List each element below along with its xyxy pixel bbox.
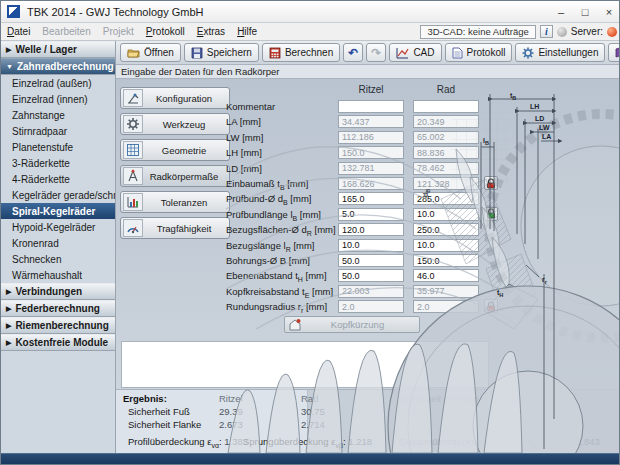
sidebar-item-kronenrad[interactable]: Kronenrad [1, 235, 115, 251]
sidebar-item-spiral-kegelräder[interactable]: Spiral-Kegelräder [1, 203, 115, 219]
redo-button[interactable]: ↷ [366, 43, 386, 62]
window-bottom-strip [1, 453, 620, 465]
info-bar: Eingabe der Daten für den Radkörper [116, 65, 620, 79]
red-lock-icon[interactable] [484, 299, 498, 313]
module-button-label: Geometrie [145, 145, 229, 156]
form-row-label: LA [mm] [226, 116, 261, 127]
radkörpermaße-icon [123, 167, 143, 185]
sidebar-item-3-räderkette[interactable]: 3-Räderkette [1, 155, 115, 171]
input-ritzel-kopfkreisabstand-t [338, 285, 404, 298]
column-header-ritzel: Ritzel [338, 84, 404, 95]
collapsed-arrow-icon: ▶ [6, 46, 11, 53]
undo-button[interactable]: ↶ [343, 43, 363, 62]
server-label: Server: [571, 26, 603, 37]
column-header-rad: Rad [413, 84, 479, 95]
input-ritzel-prüfbundlänge-l[interactable] [338, 208, 404, 221]
input-ritzel-rundungsradius-r [338, 300, 404, 313]
sidebar-item-schnecken[interactable]: Schnecken [1, 251, 115, 267]
sidebar-item-kegelräder-gerade-schräg[interactable]: Kegelräder gerade/schräg [1, 187, 115, 203]
collapsed-arrow-icon: ▶ [6, 322, 11, 329]
result-row-label: Sicherheit Flanke [128, 419, 201, 430]
sidebar-section-kostenfreie-module[interactable]: ▶Kostenfreie Module [1, 334, 115, 351]
protokoll-button[interactable]: Protokoll [445, 43, 513, 62]
sidebar-section-label: Riemenberechnung [15, 320, 108, 331]
input-rad-bezugsflächen-d[interactable] [413, 223, 479, 236]
input-rad-einbauma-t [413, 177, 479, 190]
sidebar-item-zahnstange[interactable]: Zahnstange [1, 107, 115, 123]
cad-status-box: 3D-CAD: keine Aufträge [420, 25, 535, 39]
form-row-label: Einbaumaß tB [mm] [226, 178, 308, 191]
input-ritzel-bezugslänge-l[interactable] [338, 239, 404, 252]
sidebar: ▶Welle / Lager▼ZahnradberechnungEinzelra… [1, 41, 116, 453]
sidebar-item-einzelrad-au-en-[interactable]: Einzelrad (außen) [1, 75, 115, 91]
maximize-button[interactable]: □ [573, 2, 597, 22]
close-button[interactable]: × [597, 2, 620, 22]
module-button-tragfähigkeit[interactable]: Tragfähigkeit [120, 217, 230, 239]
module-button-toleranzen[interactable]: Toleranzen [120, 191, 230, 213]
input-rad-prüfbundlänge-l[interactable] [413, 208, 479, 221]
open-button[interactable]: Öffnen [120, 43, 181, 62]
input-rad-bohrungs-b[interactable] [413, 254, 479, 267]
save-button[interactable]: Speichern [184, 43, 259, 62]
calculator-icon [269, 47, 281, 59]
sidebar-item-einzelrad-innen-[interactable]: Einzelrad (innen) [1, 91, 115, 107]
input-ritzel-prüfbund-d[interactable] [338, 192, 404, 205]
sidebar-item-hypoid-kegelräder[interactable]: Hypoid-Kegelräder [1, 219, 115, 235]
sidebar-section-federberechnung[interactable]: ▶Federberechnung [1, 300, 115, 317]
red-lock-icon[interactable] [484, 176, 498, 190]
form-row-label: Bezugsflächen-Ø dR [mm] [226, 224, 336, 237]
minimize-button[interactable]: – [549, 2, 573, 22]
module-button-radkörperma-e[interactable]: Radkörpermaße [120, 165, 230, 187]
input-ritzel-bezugsflächen-d[interactable] [338, 223, 404, 236]
kopfkuerzung-button[interactable]: Kopfkürzung [284, 316, 420, 333]
collapsed-arrow-icon: ▶ [6, 305, 11, 312]
module-button-werkzeug[interactable]: Werkzeug [120, 113, 230, 135]
window-title: TBK 2014 - GWJ Technology GmbH [27, 6, 203, 18]
info-bar-text: Eingabe der Daten für den Radkörper [121, 66, 279, 77]
menu-bar: Datei Bearbeiten Projekt Protokoll Extra… [1, 23, 620, 41]
sidebar-section-riemenberechnung[interactable]: ▶Riemenberechnung [1, 317, 115, 334]
geometrie-icon [123, 141, 143, 159]
sidebar-section-zahnradberechnung[interactable]: ▼Zahnradberechnung [1, 58, 115, 75]
module-button-konfiguration[interactable]: Konfiguration [120, 87, 230, 109]
menu-extras[interactable]: Extras [191, 26, 231, 37]
sidebar-section-verbindungen[interactable]: ▶Verbindungen [1, 283, 115, 300]
sidebar-item-planetenstufe[interactable]: Planetenstufe [1, 139, 115, 155]
help-button[interactable]: Hilfe [608, 43, 620, 62]
cad-button[interactable]: CAD [389, 43, 441, 62]
app-logo-icon [7, 5, 20, 18]
form-row-label: LW [mm] [226, 132, 263, 143]
menu-protokoll[interactable]: Protokoll [140, 26, 191, 37]
info-button[interactable]: i [540, 25, 553, 38]
input-ritzel-kommentar[interactable] [338, 100, 404, 113]
sidebar-section-welle-lager[interactable]: ▶Welle / Lager [1, 41, 115, 58]
module-button-geometrie[interactable]: Geometrie [120, 139, 230, 161]
form-row-label: LD [mm] [226, 163, 262, 174]
menu-hilfe[interactable]: Hilfe [231, 26, 263, 37]
settings-button[interactable]: Einstellungen [515, 43, 605, 62]
sidebar-section-label: Zahnradberechnung [17, 61, 114, 72]
input-rad-ebenenabstand-t[interactable] [413, 269, 479, 282]
green-lock-icon[interactable] [484, 207, 498, 221]
input-rad-kommentar[interactable] [413, 100, 479, 113]
sidebar-item-4-räderkette[interactable]: 4-Räderkette [1, 171, 115, 187]
sidebar-section-label: Federberechnung [15, 303, 99, 314]
menu-datei[interactable]: Datei [1, 26, 36, 37]
input-ritzel-bohrungs-b[interactable] [338, 254, 404, 267]
results-title: Ergebnis: [123, 393, 167, 404]
results-col-integral: Integral [494, 393, 526, 404]
open-folder-icon [127, 47, 140, 58]
input-rad-rundungsradius-r [413, 300, 479, 313]
expanded-arrow-icon: ▼ [6, 63, 13, 70]
input-rad-bezugslänge-l[interactable] [413, 239, 479, 252]
results-col-blitz: Blitz [536, 393, 554, 404]
calculate-button[interactable]: Berechnen [262, 43, 340, 62]
toleranzen-icon [123, 193, 143, 211]
result-value: 2.673 [219, 419, 243, 430]
help-book-icon [615, 47, 620, 58]
input-rad-prüfbund-d[interactable] [413, 192, 479, 205]
input-ritzel-ebenenabstand-t[interactable] [338, 269, 404, 282]
sidebar-item-wärmehaushalt[interactable]: Wärmehaushalt [1, 267, 115, 283]
sidebar-item-stirnradpaar[interactable]: Stirnradpaar [1, 123, 115, 139]
overlap-profil: Profilüberdeckung εvα: 1.383 [128, 436, 248, 449]
